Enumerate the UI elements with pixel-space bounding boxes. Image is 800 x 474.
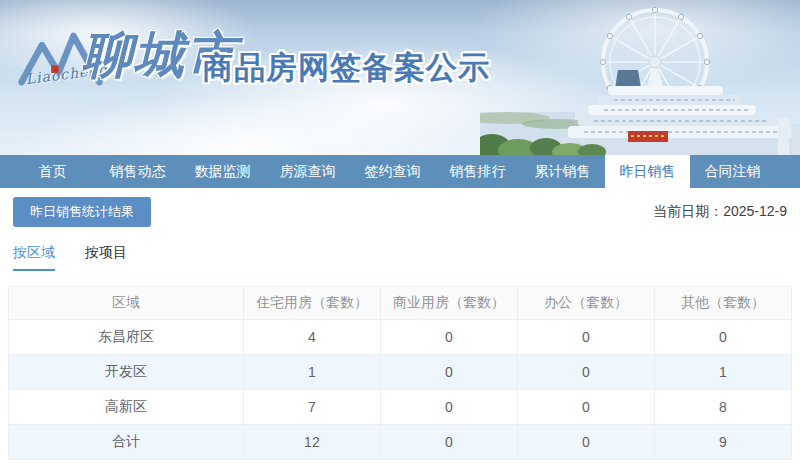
count-cell: 0 — [517, 320, 654, 355]
column-header-residential: 住宅用房（套数） — [243, 287, 380, 320]
count-cell: 0 — [380, 390, 517, 425]
count-cell: 0 — [380, 425, 517, 460]
count-cell: 1 — [654, 355, 791, 390]
count-cell: 0 — [517, 390, 654, 425]
region-cell: 开发区 — [9, 355, 244, 390]
region-cell: 高新区 — [9, 390, 244, 425]
yesterday-sales-stats-button[interactable]: 昨日销售统计结果 — [13, 197, 151, 227]
count-cell: 0 — [517, 355, 654, 390]
column-header-region: 区域 — [9, 287, 244, 320]
tab-by-region[interactable]: 按区域 — [13, 244, 55, 271]
region-cell: 东昌府区 — [9, 320, 244, 355]
table-row: 东昌府区 4 0 0 0 — [9, 320, 792, 355]
count-cell: 8 — [654, 390, 791, 425]
count-cell: 0 — [380, 320, 517, 355]
count-cell: 9 — [654, 425, 791, 460]
nav-item-yesterday-sales[interactable]: 昨日销售 — [605, 155, 690, 188]
count-cell: 1 — [243, 355, 380, 390]
count-cell: 0 — [517, 425, 654, 460]
view-tabs: 按区域 按项目 — [13, 244, 787, 271]
content: 昨日销售统计结果 当前日期：2025-12-9 按区域 按项目 区域 住宅用房（… — [0, 188, 800, 460]
content-header-row: 昨日销售统计结果 当前日期：2025-12-9 — [13, 197, 787, 227]
column-header-other: 其他（套数） — [654, 287, 791, 320]
count-cell: 0 — [654, 320, 791, 355]
page-title: 商品房网签备案公示 — [202, 47, 490, 89]
nav-item-signing-query[interactable]: 签约查询 — [350, 155, 435, 188]
sales-stats-table: 区域 住宅用房（套数） 商业用房（套数） 办公（套数） 其他（套数） 东昌府区 … — [8, 286, 792, 460]
nav-item-data-monitoring[interactable]: 数据监测 — [180, 155, 265, 188]
main-nav: 首页 销售动态 数据监测 房源查询 签约查询 销售排行 累计销售 昨日销售 合同… — [0, 155, 800, 188]
column-header-commercial: 商业用房（套数） — [380, 287, 517, 320]
nav-item-cumulative-sales[interactable]: 累计销售 — [520, 155, 605, 188]
count-cell: 7 — [243, 390, 380, 425]
table-row: 高新区 7 0 0 8 — [9, 390, 792, 425]
table-header-row: 区域 住宅用房（套数） 商业用房（套数） 办公（套数） 其他（套数） — [9, 287, 792, 320]
nav-item-housing-query[interactable]: 房源查询 — [265, 155, 350, 188]
count-cell: 4 — [243, 320, 380, 355]
region-cell: 合计 — [9, 425, 244, 460]
nav-item-sales-dynamics[interactable]: 销售动态 — [95, 155, 180, 188]
nav-item-home[interactable]: 首页 — [10, 155, 95, 188]
current-date-value: 2025-12-9 — [723, 203, 787, 219]
count-cell: 0 — [380, 355, 517, 390]
nav-item-sales-ranking[interactable]: 销售排行 — [435, 155, 520, 188]
site-header: Liaocheng 聊城市 商品房网签备案公示 — [0, 0, 800, 155]
table-row: 开发区 1 0 0 1 — [9, 355, 792, 390]
current-date: 当前日期：2025-12-9 — [653, 203, 787, 221]
current-date-label: 当前日期： — [653, 203, 723, 219]
count-cell: 12 — [243, 425, 380, 460]
nav-item-contract-cancellation[interactable]: 合同注销 — [690, 155, 775, 188]
tab-by-project[interactable]: 按项目 — [85, 244, 127, 271]
brand: Liaocheng 聊城市 商品房网签备案公示 — [0, 0, 800, 155]
column-header-office: 办公（套数） — [517, 287, 654, 320]
table-row-total: 合计 12 0 0 9 — [9, 425, 792, 460]
